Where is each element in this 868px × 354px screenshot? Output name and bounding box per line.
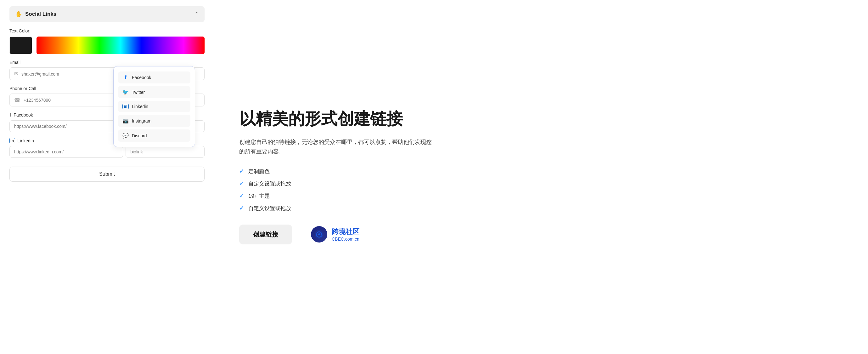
facebook-url-input[interactable]	[9, 120, 123, 132]
linkedin-icon: in	[9, 138, 15, 143]
email-icon: ✉	[14, 71, 18, 77]
check-icon-1: ✓	[239, 168, 244, 175]
check-icon-3: ✓	[239, 193, 244, 199]
right-inner: 以精美的形式创建链接 创建您自己的独特链接，无论您的受众在哪里，都可以点赞，帮助…	[239, 110, 843, 244]
social-dropdown: f Facebook 🐦 Twitter in Linkedin 📷 Insta…	[113, 66, 195, 147]
dropdown-discord-icon: 💬	[122, 132, 129, 139]
color-swatch[interactable]	[9, 36, 32, 54]
text-color-section: Text Color:	[9, 28, 205, 54]
dropdown-instagram-item[interactable]: 📷 Instagram	[118, 115, 190, 127]
hero-title: 以精美的形式创建链接	[239, 110, 843, 128]
dropdown-twitter-icon: 🐦	[122, 89, 129, 95]
dropdown-linkedin-icon: in	[122, 104, 129, 109]
feature-label-3: 19+ 主题	[248, 193, 270, 200]
email-label: Email	[9, 60, 205, 65]
facebook-icon: f	[9, 112, 11, 118]
text-color-label: Text Color:	[9, 28, 205, 33]
page-container: ✋ Social Links ⌃ Text Color: Email ✉ Pho…	[0, 0, 868, 354]
brand-section: 跨境社区 CBEC.com.cn	[311, 226, 360, 242]
cta-button[interactable]: 创建链接	[239, 225, 292, 244]
dropdown-instagram-icon: 📷	[122, 118, 129, 124]
right-panel: 以精美的形式创建链接 创建您自己的独特链接，无论您的受众在哪里，都可以点赞，帮助…	[214, 0, 868, 354]
left-panel: ✋ Social Links ⌃ Text Color: Email ✉ Pho…	[0, 0, 214, 354]
color-picker-row	[9, 36, 205, 54]
phone-icon: ☎	[14, 97, 21, 103]
dropdown-linkedin-item[interactable]: in Linkedin	[118, 101, 190, 112]
submit-button[interactable]: Submit	[9, 167, 205, 182]
dropdown-facebook-item[interactable]: f Facebook	[118, 71, 190, 84]
dropdown-discord-item[interactable]: 💬 Discord	[118, 129, 190, 142]
features-list: ✓ 定制颜色 ✓ 自定义设置或拖放 ✓ 19+ 主题 ✓ 自定义设置或拖放	[239, 168, 843, 212]
dropdown-linkedin-label: Linkedin	[132, 104, 148, 109]
feature-item-4: ✓ 自定义设置或拖放	[239, 205, 843, 212]
brand-logo	[311, 226, 327, 242]
feature-label-1: 定制颜色	[248, 168, 270, 175]
dropdown-twitter-label: Twitter	[132, 90, 145, 95]
brand-name: 跨境社区	[332, 227, 360, 237]
feature-label-2: 自定义设置或拖放	[248, 180, 291, 187]
section-title: Social Links	[25, 11, 56, 17]
brand-text: 跨境社区 CBEC.com.cn	[332, 227, 360, 242]
brand-domain: CBEC.com.cn	[332, 237, 360, 242]
color-gradient-bar[interactable]	[36, 36, 205, 54]
dropdown-instagram-label: Instagram	[132, 118, 151, 123]
dropdown-facebook-icon: f	[122, 75, 129, 80]
dropdown-discord-label: Discord	[132, 133, 147, 138]
linkedin-bio-input[interactable]	[126, 146, 205, 158]
svg-point-1	[318, 233, 320, 235]
check-icon-4: ✓	[239, 205, 244, 212]
feature-item-1: ✓ 定制颜色	[239, 168, 843, 175]
hero-description: 创建您自己的独特链接，无论您的受众在哪里，都可以点赞，帮助他们发现您的所有重要内…	[239, 137, 434, 156]
feature-item-3: ✓ 19+ 主题	[239, 193, 843, 200]
hand-icon: ✋	[15, 11, 22, 18]
feature-item-2: ✓ 自定义设置或拖放	[239, 180, 843, 187]
dropdown-facebook-label: Facebook	[132, 75, 151, 80]
dropdown-twitter-item[interactable]: 🐦 Twitter	[118, 86, 190, 98]
check-icon-2: ✓	[239, 180, 244, 187]
linkedin-inputs	[9, 146, 205, 158]
feature-label-4: 自定义设置或拖放	[248, 205, 291, 212]
section-header-left: ✋ Social Links	[15, 11, 56, 18]
chevron-up-icon: ⌃	[194, 11, 199, 18]
linkedin-url-input[interactable]	[9, 146, 123, 158]
section-header[interactable]: ✋ Social Links ⌃	[9, 6, 205, 22]
